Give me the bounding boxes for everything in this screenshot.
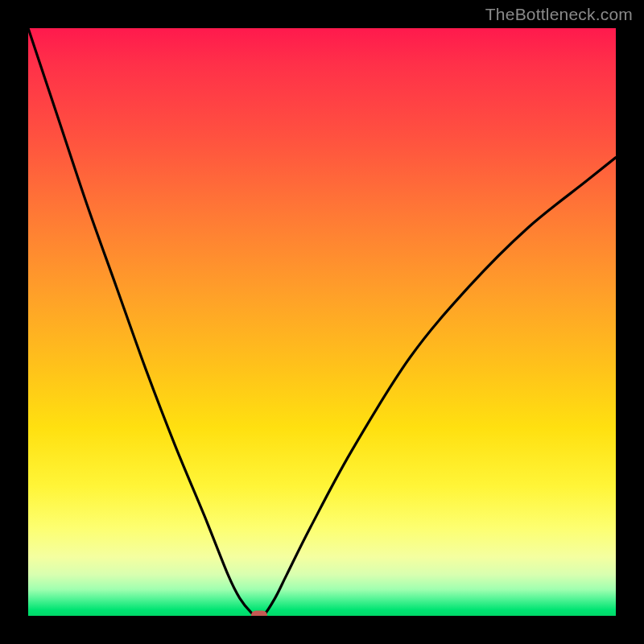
plot-area <box>28 28 616 616</box>
optimal-point-marker <box>251 611 267 617</box>
watermark-text: TheBottleneck.com <box>485 5 633 24</box>
chart-frame: TheBottleneck.com <box>0 0 644 644</box>
bottleneck-curve <box>28 28 616 616</box>
